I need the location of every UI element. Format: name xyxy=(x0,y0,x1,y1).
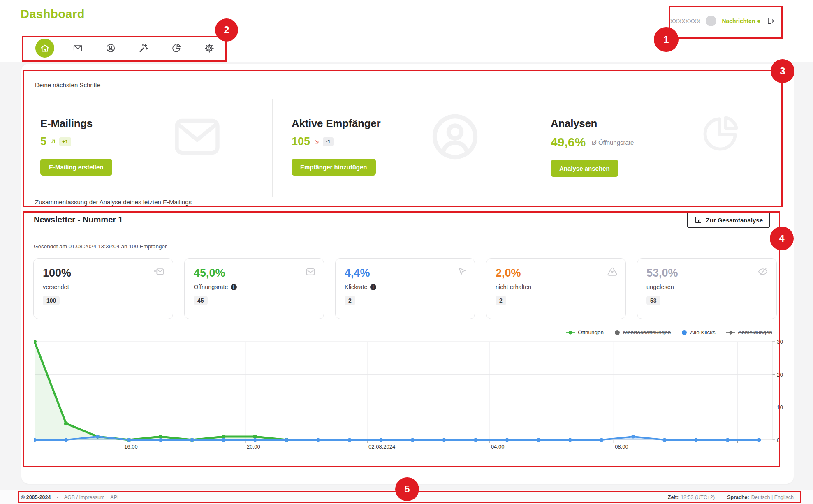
gear-icon xyxy=(204,43,215,53)
svg-text:20: 20 xyxy=(777,372,783,378)
bar-chart-icon xyxy=(694,216,702,224)
stat-label: ungelesen xyxy=(646,284,674,290)
contacts-icon xyxy=(105,43,116,53)
stat-card-klickrate: 4,4% Klickratei 2 xyxy=(335,258,475,319)
nav-item-recipients[interactable] xyxy=(101,39,120,58)
delta-badge: -1 xyxy=(323,137,334,146)
stat-percent: 4,4% xyxy=(345,267,466,280)
stat-label: versendet xyxy=(43,284,69,290)
card-value: 5 xyxy=(40,135,46,148)
legend-label: Abmeldungen xyxy=(738,329,772,335)
messages-label: Nachrichten xyxy=(722,18,755,24)
stat-percent: 2,0% xyxy=(496,267,616,280)
eye-off-icon xyxy=(757,266,769,279)
messages-link[interactable]: Nachrichten xyxy=(722,18,760,24)
stat-label: Öffnungsrate xyxy=(194,284,228,290)
chart-legend: ÖffnungenMehrfachöffnungenAlle KlicksAbm… xyxy=(566,329,772,335)
copyright: © 2005-2024 xyxy=(21,495,51,500)
view-analysis-button[interactable]: Analyse ansehen xyxy=(551,160,618,177)
divider xyxy=(35,213,780,213)
notification-dot-icon xyxy=(757,20,760,23)
card-title: E-Mailings xyxy=(40,117,272,130)
stat-count: 2 xyxy=(496,296,506,305)
logout-icon xyxy=(766,16,775,25)
stat-count: 100 xyxy=(43,296,60,305)
mail-error-icon xyxy=(607,266,618,279)
footer-link-agb-impressum[interactable]: AGB / Impressum xyxy=(64,495,105,500)
svg-text:08:00: 08:00 xyxy=(615,444,628,450)
legend-label: Alle Klicks xyxy=(690,329,716,335)
stat-count: 53 xyxy=(646,296,660,305)
next-steps-cards: E-Mailings 5 +1 E-Mailing erstellen Akti… xyxy=(35,99,780,197)
card-value: 49,6% xyxy=(551,135,586,149)
stat-count: 45 xyxy=(194,296,208,305)
divider xyxy=(35,94,780,94)
user-menu: XXXXXXXX Nachrichten xyxy=(670,15,775,27)
dashboard-screen: Dashboard XXXXXXXX Nachrichten xyxy=(0,0,813,504)
separator: · xyxy=(56,495,58,500)
legend-item-0[interactable]: Öffnungen xyxy=(566,329,604,335)
person-watermark-icon xyxy=(429,111,481,164)
svg-text:04:00: 04:00 xyxy=(491,444,505,450)
nav-item-home[interactable] xyxy=(35,39,54,58)
mail-open-icon xyxy=(305,266,316,279)
overall-analysis-label: Zur Gesamtanalyse xyxy=(706,217,763,224)
add-recipients-button[interactable]: Empfänger hinzufügen xyxy=(292,159,376,176)
legend-item-1[interactable]: Mehrfachöffnungen xyxy=(614,329,671,335)
stat-card-nicht-erhalten: 2,0% nicht erhalten 2 xyxy=(486,258,626,319)
stat-percent: 100% xyxy=(43,267,164,280)
language-label: Sprache: xyxy=(727,495,749,500)
overall-analysis-button[interactable]: Zur Gesamtanalyse xyxy=(687,212,770,228)
svg-text:10: 10 xyxy=(777,404,783,410)
newsletter-stats: 100% versendet 100 45,0% Öffnungsratei 4… xyxy=(33,258,777,319)
avatar[interactable] xyxy=(706,16,716,26)
trend-up-icon xyxy=(50,139,56,144)
card-analyses: Analysen 49,6% Ø Öffnungsrate Analyse an… xyxy=(530,99,780,197)
home-icon xyxy=(39,43,50,53)
stat-percent: 53,0% xyxy=(646,267,767,280)
newsletter-sent-info: Gesendet am 01.08.2024 13:39:04 an 100 E… xyxy=(34,243,167,250)
legend-item-2[interactable]: Alle Klicks xyxy=(681,329,716,335)
next-steps-title: Deine nächsten Schritte xyxy=(35,81,100,88)
mail-fast-icon xyxy=(152,266,165,279)
card-title: Analysen xyxy=(551,117,780,130)
nav-item-mailings[interactable] xyxy=(68,39,87,58)
svg-text:30: 30 xyxy=(777,339,783,345)
create-mailing-button[interactable]: E-Mailing erstellen xyxy=(40,159,112,176)
nav-item-settings[interactable] xyxy=(200,39,219,58)
trend-down-icon xyxy=(314,139,319,144)
legend-dot-icon xyxy=(681,330,687,335)
svg-text:20:00: 20:00 xyxy=(247,444,260,450)
footer: © 2005-2024 · AGB / Impressum API Zeit: … xyxy=(0,490,813,504)
nav-item-reports[interactable] xyxy=(167,39,186,58)
language-switcher[interactable]: Deutsch | Englisch xyxy=(751,495,794,500)
info-icon[interactable]: i xyxy=(231,284,237,290)
logout-button[interactable] xyxy=(766,16,775,25)
pie-watermark-icon xyxy=(698,111,743,158)
mail-icon xyxy=(72,43,83,53)
cursor-arrow-icon xyxy=(456,266,467,279)
legend-dot-icon xyxy=(614,330,620,335)
stat-label: nicht erhalten xyxy=(496,284,531,290)
main-nav xyxy=(35,39,219,58)
stat-card-oeffnungsrate: 45,0% Öffnungsratei 45 xyxy=(184,258,324,319)
stat-card-versendet: 100% versendet 100 xyxy=(33,258,173,319)
footer-link-api[interactable]: API xyxy=(110,495,118,500)
svg-text:0: 0 xyxy=(777,437,780,443)
topbar: Dashboard XXXXXXXX Nachrichten xyxy=(0,0,813,62)
legend-dot-line-icon xyxy=(566,330,575,335)
username[interactable]: XXXXXXXX xyxy=(670,18,700,24)
delta-badge: +1 xyxy=(59,137,71,146)
card-emailings: E-Mailings 5 +1 E-Mailing erstellen xyxy=(35,99,273,197)
legend-label: Öffnungen xyxy=(578,329,604,335)
stat-label: Klickrate xyxy=(345,284,368,290)
card-title: Aktive Empfänger xyxy=(292,117,530,130)
stat-count: 2 xyxy=(345,296,355,305)
magic-wand-icon xyxy=(138,43,149,53)
stat-percent: 45,0% xyxy=(194,267,315,280)
info-icon[interactable]: i xyxy=(370,284,376,290)
card-value: 105 xyxy=(292,135,310,148)
legend-item-3[interactable]: Abmeldungen xyxy=(726,329,772,335)
envelope-watermark-icon xyxy=(171,111,223,164)
nav-item-automation[interactable] xyxy=(134,39,153,58)
